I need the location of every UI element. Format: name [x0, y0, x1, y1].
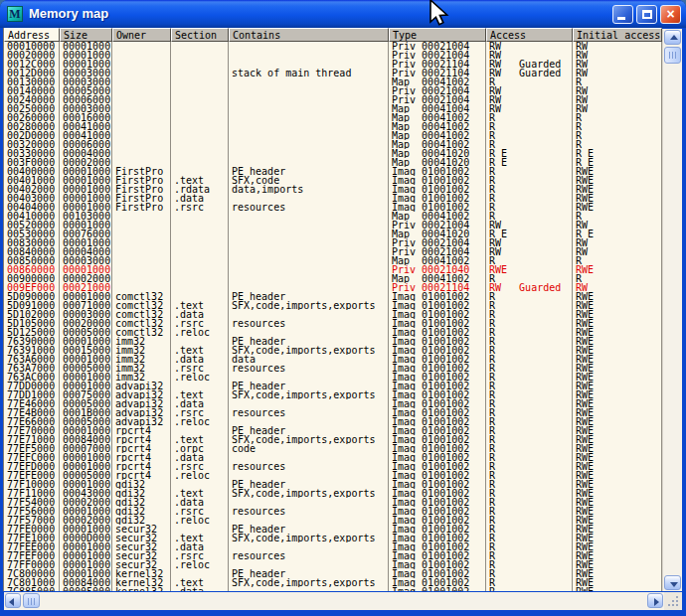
memory-row[interactable]: 77EF500000007000rpcrt4.orpccodeImag 0100…: [4, 444, 662, 453]
memory-row[interactable]: 77F5700000002000gdi32.relocImag 01001002…: [4, 516, 662, 525]
cell-owner: [112, 238, 171, 247]
memory-row[interactable]: 0086000000001000Priv 00021040RWERWE: [4, 265, 662, 274]
column-header-address[interactable]: Address: [4, 28, 60, 42]
memory-row[interactable]: 763A600000001000imm32.datadataImag 01001…: [4, 355, 662, 364]
title-bar[interactable]: M Memory map ×: [0, 0, 686, 28]
vertical-scrollbar[interactable]: [662, 29, 682, 591]
scroll-left-button[interactable]: [5, 593, 21, 608]
scroll-down-button[interactable]: [664, 575, 681, 590]
memory-row[interactable]: 77FF000000001000secur32.relocImag 010010…: [4, 560, 662, 569]
thumb-grip-icon: [28, 598, 35, 605]
memory-row[interactable]: 77FEE00000001000secur32.dataImag 0100100…: [4, 542, 662, 551]
cell-section: [171, 274, 229, 283]
memory-row[interactable]: 0032000000006000Map 00041002RR: [4, 140, 662, 149]
memory-row[interactable]: 77FEF00000001000secur32.rsrcresourcesIma…: [4, 551, 662, 560]
memory-row[interactable]: 0040200000001000FirstPro.rdatadata,impor…: [4, 185, 662, 194]
horizontal-scrollbar[interactable]: [4, 592, 664, 610]
memory-row[interactable]: 7C80000000001000kernel32PE headerImag 01…: [4, 569, 662, 578]
memory-row[interactable]: 77F5600000001000gdi32.rsrcresourcesImag …: [4, 507, 662, 516]
cell-size: 00001000: [60, 453, 112, 462]
maximize-button[interactable]: [636, 5, 657, 24]
scroll-up-button[interactable]: [664, 30, 681, 45]
memory-row[interactable]: 5D09000000001000comctl32PE headerImag 01…: [4, 292, 662, 301]
memory-row[interactable]: 0025000000003000Map 00041004RWRW: [4, 104, 662, 113]
cell-type: Priv 00021004: [389, 86, 486, 95]
memory-row[interactable]: 0001000000001000Priv 00021004RWRW: [4, 42, 662, 51]
memory-row[interactable]: 0026000000016000Map 00041002RR: [4, 113, 662, 122]
memory-row[interactable]: 0012D00000003000stack of main threadPriv…: [4, 69, 662, 77]
memory-row[interactable]: 77E4600000005000advapi32.dataImag 010010…: [4, 399, 662, 408]
memory-row[interactable]: 763AC00000001000imm32.relocImag 01001002…: [4, 373, 662, 382]
memory-row[interactable]: 77F1000000001000gdi32PE headerImag 01001…: [4, 480, 662, 489]
memory-row[interactable]: 77EFC00000001000rpcrt4.dataImag 01001002…: [4, 453, 662, 462]
memory-row[interactable]: 0052000000001000Priv 00021004RWRW: [4, 221, 662, 230]
memory-row[interactable]: 7C88500000005000kernel32.dataImag 010010…: [4, 587, 662, 591]
memory-row[interactable]: 77E7100000084000rpcrt4.textSFX,code,impo…: [4, 435, 662, 444]
memory-row[interactable]: 0090000000002000Map 00041002RR: [4, 274, 662, 283]
memory-row[interactable]: 77E4B0000001B000advapi32.rsrcresourcesIm…: [4, 408, 662, 417]
minimize-button[interactable]: [612, 5, 633, 24]
memory-row[interactable]: 77E7000000001000rpcrt4PE headerImag 0100…: [4, 426, 662, 435]
memory-row[interactable]: 002D000000041000Map 00041002RR: [4, 131, 662, 140]
memory-row[interactable]: 77FE000000001000secur32PE headerImag 010…: [4, 525, 662, 534]
memory-row[interactable]: 0033000000004000Map 00041020R ER E: [4, 149, 662, 158]
memory-row[interactable]: 77DD000000001000advapi32PE headerImag 01…: [4, 382, 662, 390]
column-header-size[interactable]: Size: [60, 28, 112, 42]
memory-row[interactable]: 0024000000006000Priv 00021004RWRW: [4, 95, 662, 104]
cell-size: 00005000: [60, 399, 112, 408]
memory-row[interactable]: 77DD100000075000advapi32.textSFX,code,im…: [4, 390, 662, 399]
cell-section: .rsrc: [171, 462, 229, 471]
column-header-section[interactable]: Section: [171, 28, 229, 42]
memory-row[interactable]: 0013000000003000Map 00041002RR: [4, 77, 662, 86]
column-header-owner[interactable]: Owner: [112, 28, 171, 42]
column-header-access[interactable]: Access: [486, 28, 573, 42]
memory-row[interactable]: 5D10200000003000comctl32.dataImag 010010…: [4, 310, 662, 319]
memory-row[interactable]: 0041000000103000Map 00041002RR: [4, 212, 662, 221]
memory-row[interactable]: 77F1100000043000gdi32.textSFX,code,impor…: [4, 489, 662, 498]
cell-section: [171, 131, 229, 140]
memory-row[interactable]: 0040000000001000FirstProPE headerImag 01…: [4, 167, 662, 176]
cell-size: 00001000: [60, 551, 112, 560]
scroll-right-button[interactable]: [647, 593, 663, 608]
memory-row[interactable]: 7639100000015000imm32.textSFX,code,impor…: [4, 346, 662, 355]
cell-type: Imag 01001002: [389, 453, 486, 462]
horizontal-scroll-thumb[interactable]: [23, 593, 40, 608]
cell-type: Imag 01001002: [389, 382, 486, 390]
memory-row[interactable]: 763A700000005000imm32.rsrcresourcesImag …: [4, 364, 662, 373]
cell-access: R: [486, 542, 573, 551]
memory-row[interactable]: 77F5400000002000gdi32.dataImag 01001002R…: [4, 498, 662, 507]
memory-row[interactable]: 0053000000076000Map 00041020R ER E: [4, 230, 662, 238]
cell-section: [171, 212, 229, 221]
column-header-type[interactable]: Type: [389, 28, 486, 42]
cell-access: RW Guarded: [486, 69, 573, 77]
memory-row[interactable]: 0085000000003000Map 00041002RR: [4, 256, 662, 265]
cell-address: 7C800000: [4, 569, 60, 578]
memory-row[interactable]: 7639000000001000imm32PE headerImag 01001…: [4, 337, 662, 346]
column-header-initial-access[interactable]: Initial access: [573, 28, 662, 42]
memory-row[interactable]: 0012C00000001000Priv 00021104RW GuardedR…: [4, 60, 662, 69]
close-button[interactable]: ×: [660, 5, 681, 24]
vertical-scroll-thumb[interactable]: [664, 47, 681, 64]
memory-row[interactable]: 77E6600000005000advapi32.relocImag 01001…: [4, 417, 662, 426]
memory-row[interactable]: 0028000000041000Map 00041002RR: [4, 122, 662, 131]
memory-row[interactable]: 5D12500000005000comctl32.relocImag 01001…: [4, 328, 662, 337]
memory-row[interactable]: 5D09100000071000comctl32.textSFX,code,im…: [4, 301, 662, 310]
column-header-contains[interactable]: Contains: [229, 28, 389, 42]
memory-row[interactable]: 0083000000001000Priv 00021004RWRW: [4, 238, 662, 247]
cell-owner: secur32: [112, 560, 171, 569]
resize-grip[interactable]: [664, 592, 682, 610]
memory-row[interactable]: 0040300000001000FirstPro.dataImag 010010…: [4, 194, 662, 203]
memory-row[interactable]: 0084000000004000Priv 00021004RWRW: [4, 247, 662, 256]
memory-row[interactable]: 003F000000002000Map 00041020R ER E: [4, 158, 662, 167]
memory-row[interactable]: 5D10500000020000comctl32.rsrcresourcesIm…: [4, 319, 662, 328]
memory-row[interactable]: 0040100000001000FirstPro.textSFX,codeIma…: [4, 176, 662, 185]
memory-row[interactable]: 77EFE00000005000rpcrt4.relocImag 0100100…: [4, 471, 662, 480]
cell-initial-access: RWE: [573, 408, 662, 417]
memory-row[interactable]: 77FE10000000D000secur32.textSFX,code,imp…: [4, 534, 662, 542]
memory-row[interactable]: 7C80100000084000kernel32.textSFX,code,im…: [4, 578, 662, 587]
memory-row[interactable]: 009EF00000021000Priv 00021104RW GuardedR…: [4, 283, 662, 292]
memory-row[interactable]: 0040400000001000FirstPro.rsrcresourcesIm…: [4, 203, 662, 212]
memory-row[interactable]: 77EFD00000001000rpcrt4.rsrcresourcesImag…: [4, 462, 662, 471]
memory-row[interactable]: 0002000000001000Priv 00021004RWRW: [4, 51, 662, 60]
memory-row[interactable]: 0014000000005000Priv 00021004RWRW: [4, 86, 662, 95]
